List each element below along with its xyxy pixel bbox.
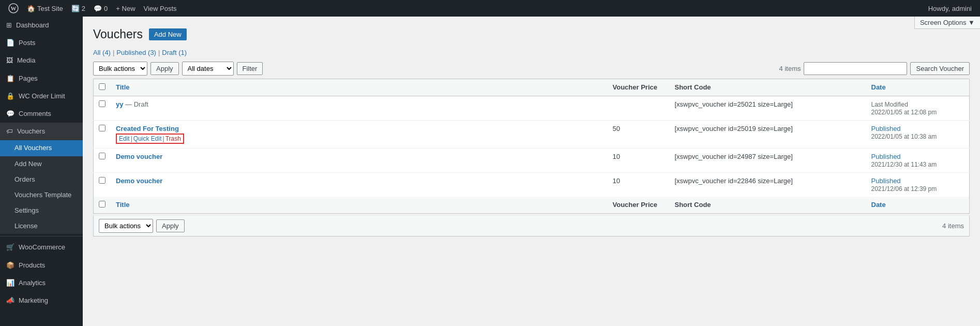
col-date-link[interactable]: Date — [871, 83, 886, 91]
sidebar-item-media[interactable]: 🖼 Media — [0, 52, 83, 69]
sidebar-item-settings[interactable]: Settings — [0, 203, 83, 218]
main-content: Screen Options ▼ Vouchers Add New All (4… — [83, 17, 980, 326]
screen-options-button[interactable]: Screen Options ▼ — [914, 17, 980, 29]
row2-edit-link[interactable]: Edit — [119, 135, 130, 142]
vouchers-icon: 🏷 — [6, 127, 13, 136]
sidebar-label-marketing: Marketing — [19, 296, 48, 305]
updates-count: 2 — [82, 5, 85, 12]
sidebar-item-woocommerce[interactable]: 🛒 WooCommerce — [0, 239, 83, 256]
row1-title-link[interactable]: yy — [116, 100, 123, 108]
date-filter-select[interactable]: All dates — [182, 62, 234, 76]
table-row: Demo voucher 10 [xswpvc_voucher id=22846… — [94, 172, 970, 197]
admin-bar-new[interactable]: + New — [112, 0, 139, 17]
row2-sep2: | — [163, 135, 164, 142]
sidebar-item-marketing[interactable]: 📣 Marketing — [0, 292, 83, 309]
table-row: Created For Testing Edit | Quick Edit | … — [94, 120, 970, 148]
row3-date-label: Published — [871, 153, 901, 160]
sidebar-item-comments[interactable]: 💬 Comments — [0, 105, 83, 123]
admin-bar-view-posts[interactable]: View Posts — [140, 0, 181, 17]
search-input[interactable] — [804, 62, 907, 75]
filter-draft-link[interactable]: Draft (1) — [162, 49, 187, 56]
sidebar-item-add-new[interactable]: Add New — [0, 156, 83, 172]
admin-bar: W 🏠 Test Site 🔄 2 💬 0 + New View Posts H… — [0, 0, 980, 17]
col-footer-date-link[interactable]: Date — [871, 201, 886, 209]
col-title-link[interactable]: Title — [116, 83, 130, 91]
filter-all-count: (4) — [102, 49, 111, 56]
add-new-button[interactable]: Add New — [149, 28, 187, 40]
row4-title-cell: Demo voucher — [111, 172, 608, 197]
sidebar-item-license[interactable]: License — [0, 218, 83, 234]
filter-published-link[interactable]: Published (3) — [116, 49, 156, 56]
sidebar-item-analytics[interactable]: 📊 Analytics — [0, 274, 83, 292]
row3-shortcode-cell: [xswpvc_voucher id=24987 size=Large] — [670, 148, 866, 172]
sidebar-label-wc-order-limit: WC Order Limit — [19, 92, 65, 101]
row1-status: — Draft — [125, 100, 148, 108]
row1-checkbox[interactable] — [99, 100, 105, 107]
row2-checkbox[interactable] — [99, 125, 105, 131]
row1-checkbox-cell — [94, 96, 111, 120]
row2-shortcode-cell: [xswpvc_voucher id=25019 size=Large] — [670, 120, 866, 148]
row2-shortcode: [xswpvc_voucher id=25019 size=Large] — [675, 125, 793, 132]
sidebar-item-products[interactable]: 📦 Products — [0, 257, 83, 274]
sidebar-label-analytics: Analytics — [19, 278, 46, 288]
row4-checkbox-cell — [94, 172, 111, 197]
apply-button-bottom[interactable]: Apply — [156, 219, 185, 232]
home-icon: 🏠 — [27, 5, 35, 12]
row2-trash-link[interactable]: Trash — [165, 135, 181, 142]
orders-label: Orders — [14, 175, 35, 184]
site-name: Test Site — [37, 5, 63, 12]
sidebar-item-vouchers[interactable]: 🏷 Vouchers — [0, 123, 83, 140]
col-header-price: Voucher Price — [608, 79, 670, 96]
row2-title-link[interactable]: Created For Testing — [116, 125, 179, 132]
admin-bar-comments[interactable]: 💬 0 — [89, 0, 112, 17]
col-footer-shortcode: Short Code — [670, 197, 866, 214]
sidebar-label-media: Media — [17, 56, 35, 65]
updates-icon: 🔄 — [71, 5, 80, 12]
select-all-checkbox-bottom[interactable] — [99, 201, 105, 208]
admin-bar-howdy[interactable]: Howdy, admini — [924, 0, 976, 17]
sidebar-item-orders[interactable]: Orders — [0, 172, 83, 187]
tablenav-top: Bulk actions Apply All dates Filter 4 it… — [93, 62, 970, 76]
select-all-checkbox-top[interactable] — [99, 83, 105, 90]
sidebar-label-woocommerce: WooCommerce — [19, 243, 65, 252]
col-footer-title: Title — [111, 197, 608, 214]
bulk-actions-select-bottom[interactable]: Bulk actions — [99, 219, 153, 233]
row2-date-cell: Published 2022/01/05 at 10:38 am — [866, 120, 970, 148]
filter-button[interactable]: Filter — [237, 62, 263, 75]
row4-checkbox[interactable] — [99, 177, 105, 184]
row4-date-label: Published — [871, 177, 901, 185]
admin-bar-updates[interactable]: 🔄 2 — [67, 0, 89, 17]
row3-checkbox[interactable] — [99, 153, 105, 159]
col-footer-title-link[interactable]: Title — [116, 201, 130, 209]
table-row: yy — Draft [xswpvc_voucher id=25021 size… — [94, 96, 970, 120]
row4-price-cell: 10 — [608, 172, 670, 197]
row2-price-cell: 50 — [608, 120, 670, 148]
sidebar-item-vouchers-template[interactable]: Vouchers Template — [0, 187, 83, 203]
admin-bar-home[interactable]: 🏠 Test Site — [23, 0, 67, 17]
all-vouchers-label: All Vouchers — [14, 143, 52, 153]
settings-label: Settings — [14, 206, 39, 215]
col-header-title: Title — [111, 79, 608, 96]
sidebar-item-dashboard[interactable]: ⊞ Dashboard — [0, 17, 83, 34]
row3-title-link[interactable]: Demo voucher — [116, 153, 162, 160]
row3-checkbox-cell — [94, 148, 111, 172]
col-footer-checkbox — [94, 197, 111, 214]
comments-count: 0 — [104, 5, 108, 12]
filter-all-link[interactable]: All (4) — [93, 49, 111, 56]
row1-date-label: Last Modified — [871, 101, 908, 108]
row4-title-link[interactable]: Demo voucher — [116, 177, 162, 185]
row2-quick-edit-link[interactable]: Quick Edit — [133, 135, 162, 142]
sidebar-item-all-vouchers[interactable]: All Vouchers — [0, 140, 83, 156]
license-label: License — [14, 221, 38, 231]
apply-button-top[interactable]: Apply — [150, 62, 179, 75]
wp-logo[interactable]: W — [4, 0, 23, 17]
sidebar-item-posts[interactable]: 📄 Posts — [0, 34, 83, 52]
filter-links: All (4) | Published (3) | Draft (1) — [93, 49, 970, 56]
row4-shortcode: [xswpvc_voucher id=22846 size=Large] — [675, 177, 793, 185]
search-button[interactable]: Search Voucher — [910, 62, 970, 75]
bulk-actions-select-top[interactable]: Bulk actions — [93, 62, 147, 76]
page-header: Vouchers Add New — [93, 27, 970, 42]
sidebar-item-wc-order-limit[interactable]: 🔒 WC Order Limit — [0, 87, 83, 105]
sidebar-item-pages[interactable]: 📋 Pages — [0, 70, 83, 87]
filter-published-count: (3) — [148, 49, 156, 56]
